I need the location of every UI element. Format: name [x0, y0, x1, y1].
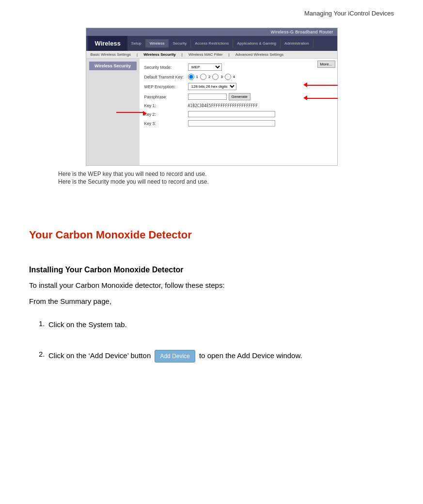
- form-row-transmit-key: Default Transmit Key: 1 2 3 4: [144, 74, 332, 80]
- router-screenshot-wrapper: Wireless-G Broadband Router Wireless Set…: [86, 28, 338, 166]
- router-top-bar: Wireless-G Broadband Router: [86, 28, 337, 36]
- red-indicator-security-mode: [306, 85, 338, 86]
- more-button[interactable]: More...: [317, 61, 335, 68]
- router-tab-admin[interactable]: Administration: [281, 39, 313, 47]
- control-key3: [188, 120, 275, 126]
- annotation-2: Here is the Security mode you will need …: [58, 178, 365, 185]
- spacer-2: [29, 251, 394, 256]
- spacer-4: [29, 345, 394, 350]
- spacer-3: [29, 312, 394, 319]
- subnav-mac[interactable]: Wireless MAC Filter: [187, 52, 224, 57]
- router-model: Wireless-G Broadband Router: [271, 30, 333, 34]
- radio-key-2[interactable]: [200, 74, 206, 80]
- label-transmit-key: Default Transmit Key:: [144, 75, 188, 79]
- body-text-2: From the Summary page,: [29, 296, 394, 307]
- label-key1: Key 1:: [144, 103, 188, 108]
- router-nav-tabs: Setup Wireless Security Access Restricti…: [127, 39, 335, 47]
- router-tab-security[interactable]: Security: [169, 39, 191, 47]
- list-item-2: 2. Click on the ‘Add Device’ button Add …: [29, 350, 394, 362]
- router-nav: Wireless Setup Wireless Security Access …: [86, 36, 337, 51]
- red-key-arrow: [143, 111, 147, 116]
- select-wep-encryption[interactable]: 128 bits 26 hex digits: [188, 83, 236, 90]
- list-2-text-after: to open the Add Device window.: [199, 351, 302, 359]
- red-indicator-wep-encryption: [306, 98, 338, 99]
- input-key3[interactable]: [188, 120, 275, 126]
- radio-key-4[interactable]: [225, 74, 231, 80]
- key1-value: A1B2C3D4E5FFFFFFFFFFFFFFFFFFFF: [188, 104, 258, 108]
- red-arrow-wep-encryption: [303, 95, 307, 100]
- form-row-key3: Key 3:: [144, 120, 332, 126]
- router-tab-access[interactable]: Access Restrictions: [191, 39, 233, 47]
- subnav-security[interactable]: Wireless Security: [142, 52, 177, 57]
- radio-group-transmit-key: 1 2 3 4: [188, 74, 235, 80]
- router-sub-nav: Basic Wireless Settings | Wireless Secur…: [86, 51, 337, 59]
- control-passphrase: Generate: [188, 93, 251, 100]
- generate-button[interactable]: Generate: [229, 93, 251, 100]
- list-number-2: 2.: [29, 350, 48, 358]
- input-key2[interactable]: [188, 111, 275, 117]
- list-item-1: 1. Click on the System tab.: [29, 319, 394, 331]
- annotation-1: Here is the WEP key that you will need t…: [58, 171, 365, 177]
- add-device-inline-button[interactable]: Add Device: [155, 350, 195, 362]
- annotations: Here is the WEP key that you will need t…: [58, 171, 365, 185]
- subsection-title: Installing Your Carbon Monoxide Detector: [29, 266, 394, 274]
- form-row-key1: Key 1: A1B2C3D4E5FFFFFFFFFFFFFFFFFFFF: [144, 103, 332, 108]
- radio-key-1[interactable]: [188, 74, 194, 80]
- label-key2: Key 2:: [144, 112, 188, 117]
- router-tab-wireless[interactable]: Wireless: [146, 39, 169, 47]
- input-passphrase[interactable]: [188, 94, 227, 100]
- router-nav-wireless-label: Wireless: [88, 36, 127, 51]
- router-screenshot: Wireless-G Broadband Router Wireless Set…: [86, 28, 338, 166]
- select-security-mode[interactable]: WEP: [188, 63, 222, 71]
- label-passphrase: Passphrase:: [144, 94, 188, 99]
- router-content: More... Security Mode: WEP Default Trans…: [140, 59, 337, 165]
- radio-key-3[interactable]: [212, 74, 219, 80]
- router-tab-apps[interactable]: Applications & Gaming: [233, 39, 281, 47]
- control-key1: A1B2C3D4E5FFFFFFFFFFFFFFFFFFFF: [188, 104, 258, 108]
- router-tab-setup[interactable]: Setup: [127, 39, 146, 47]
- control-security-mode: WEP: [188, 63, 222, 71]
- label-security-mode: Security Mode:: [144, 65, 188, 70]
- form-row-key2: Key 2:: [144, 111, 332, 117]
- spacer-1: [29, 190, 394, 209]
- control-wep-encryption: 128 bits 26 hex digits: [188, 83, 236, 90]
- body-text-1: To install your Carbon Monoxide detector…: [29, 280, 394, 291]
- list-number-1: 1.: [29, 319, 48, 328]
- subnav-basic[interactable]: Basic Wireless Settings: [89, 52, 133, 57]
- label-key3: Key 3:: [144, 121, 188, 126]
- list-content-2: Click on the ‘Add Device’ button Add Dev…: [48, 350, 394, 362]
- subnav-advanced[interactable]: Advanced Wireless Settings: [234, 52, 285, 57]
- form-row-security-mode: Security Mode: WEP: [144, 63, 332, 71]
- router-sidebar-title: Wireless Security: [89, 62, 137, 70]
- page-header: Managing Your iControl Devices: [29, 10, 394, 19]
- control-key2: [188, 111, 275, 117]
- red-key-line: [116, 112, 143, 113]
- label-wep-encryption: WEP Encryption:: [144, 84, 188, 89]
- list-2-text-before: Click on the ‘Add Device’ button: [48, 351, 151, 359]
- header-title: Managing Your iControl Devices: [304, 10, 394, 17]
- list-content-1: Click on the System tab.: [48, 319, 394, 331]
- section-title: Your Carbon Monoxide Detector: [29, 229, 394, 241]
- red-arrow-security-mode: [303, 82, 307, 87]
